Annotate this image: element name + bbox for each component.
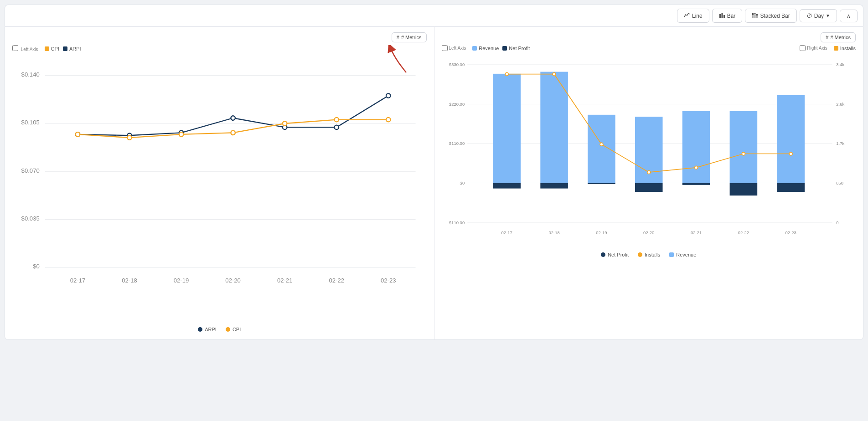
hash-icon: # [397,35,399,40]
installs-dot [834,46,838,51]
arpi-legend: ARPI [63,46,81,51]
stacked-bar-icon [752,12,758,20]
svg-text:02-20: 02-20 [225,277,241,284]
installs-bottom-legend: Installs [638,252,660,257]
net-profit-dot [502,46,507,51]
right-metrics-button[interactable]: # # Metrics [821,32,856,42]
right-panel-header: # # Metrics [442,32,856,42]
revenue-dot [472,46,477,51]
cpi-dot [45,46,49,51]
svg-text:02-22: 02-22 [738,230,749,235]
arpi-dot [63,46,67,51]
svg-text:$0: $0 [460,180,465,185]
cpi-legend: CPI [45,46,59,51]
svg-rect-4 [752,13,754,15]
svg-text:$220.00: $220.00 [449,102,464,107]
svg-text:02-23: 02-23 [381,277,396,284]
svg-point-29 [231,116,235,120]
svg-point-32 [386,93,391,98]
revenue-bar-6 [729,111,757,183]
arpi-bottom-legend: ARPI [198,327,217,332]
installs-dot-1 [505,72,508,76]
net-profit-bar-6 [729,183,757,196]
svg-text:02-18: 02-18 [548,230,559,235]
revenue-bar-3 [588,115,615,183]
svg-rect-2 [723,15,725,18]
revenue-bar-5 [682,111,710,183]
installs-dot-4 [647,171,650,174]
svg-text:02-21: 02-21 [277,277,293,284]
installs-dot-6 [742,152,745,155]
net-profit-legend: Net Profit [502,46,530,51]
right-metrics-label: # Metrics [830,35,851,40]
right-right-axis-check[interactable] [800,45,806,51]
svg-rect-5 [754,14,756,18]
line-button[interactable]: Line [677,9,709,23]
net-profit-bar-2 [540,183,568,189]
installs-bottom-label: Installs [645,252,660,257]
net-profit-legend-dot [601,252,605,257]
bar-icon [719,12,725,20]
left-axis-legend-row: Left Axis CPI ARPI [12,45,427,52]
chevron-up-icon: ∧ [847,13,851,19]
stacked-bar-label: Stacked Bar [760,13,790,19]
collapse-button[interactable]: ∧ [840,10,858,22]
revenue-bottom-label: Revenue [676,252,696,257]
svg-point-39 [386,118,391,122]
installs-dot-2 [553,72,556,76]
revenue-label: Revenue [479,46,499,51]
cpi-label: CPI [51,46,59,51]
svg-rect-1 [721,13,723,18]
svg-text:02-17: 02-17 [501,230,512,235]
revenue-legend: Revenue [472,46,499,51]
svg-text:$0: $0 [33,263,40,270]
charts-container: # # Metrics [5,26,863,340]
installs-label: Installs [840,46,856,51]
svg-text:0: 0 [836,220,838,225]
svg-text:02-21: 02-21 [690,230,701,235]
left-metrics-button[interactable]: # # Metrics [392,32,427,42]
left-axis-legend: Left Axis CPI ARPI [12,45,81,52]
svg-text:02-18: 02-18 [122,277,137,284]
svg-text:3.4k: 3.4k [836,62,844,67]
bar-label: Bar [727,13,736,19]
svg-rect-6 [754,13,756,14]
cpi-legend-dot [226,327,230,332]
right-chart-svg-area: $330.00 $220.00 $110.00 $0 -$110.00 3.4k… [442,53,856,247]
svg-point-38 [334,118,339,122]
left-axis-check[interactable] [12,45,18,51]
svg-text:02-23: 02-23 [785,230,796,235]
svg-text:02-17: 02-17 [70,277,86,284]
svg-text:1.7k: 1.7k [836,141,844,146]
installs-dot-3 [599,143,603,146]
day-button[interactable]: ⏱ Day ▼ [800,9,837,22]
right-right-axis-legend: Right Axis Installs [800,45,856,51]
left-panel-header: # # Metrics [12,32,427,42]
right-left-axis-check[interactable] [442,45,448,51]
svg-text:$0.035: $0.035 [21,215,40,222]
svg-text:02-22: 02-22 [329,277,344,284]
left-bottom-legend: ARPI CPI [12,322,427,332]
svg-text:$330.00: $330.00 [449,62,464,67]
svg-text:$0.105: $0.105 [21,119,40,126]
svg-text:02-20: 02-20 [643,230,654,235]
svg-point-36 [231,131,235,135]
svg-text:$0.140: $0.140 [21,71,40,78]
arpi-label: ARPI [69,46,81,51]
net-profit-bar-5 [682,183,710,185]
right-right-axis-label: Right Axis [807,46,827,51]
net-profit-bar-1 [493,183,521,189]
stacked-bar-button[interactable]: Stacked Bar [745,9,796,23]
installs-legend-dot [638,252,642,257]
revenue-legend-dot [669,252,674,257]
net-profit-bar-7 [777,183,805,192]
bar-button[interactable]: Bar [712,9,743,23]
svg-text:-$110.00: -$110.00 [447,220,465,225]
svg-rect-7 [756,15,758,18]
clock-icon: ⏱ [806,12,812,19]
line-icon [684,12,690,20]
svg-rect-0 [719,14,721,18]
cpi-bottom-label: CPI [232,327,241,332]
revenue-bottom-legend: Revenue [669,252,696,257]
cpi-bottom-legend: CPI [226,327,241,332]
